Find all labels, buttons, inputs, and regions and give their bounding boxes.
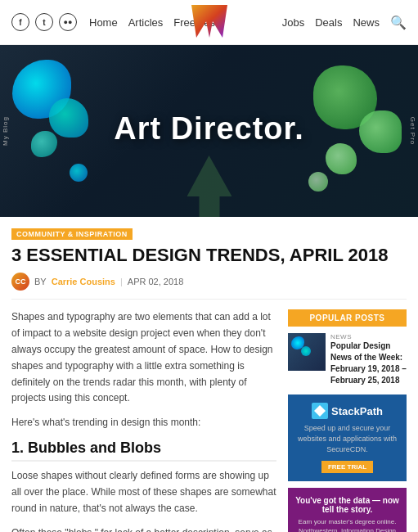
author-name-link[interactable]: Carrie Cousins bbox=[52, 277, 115, 286]
blob-6 bbox=[359, 110, 402, 153]
side-label-left: My Blog bbox=[2, 116, 9, 146]
stackpath-ad-text: Speed up and secure your websites and ap… bbox=[294, 423, 400, 454]
hero-section: Art Director. My Blog Get Pro bbox=[0, 45, 418, 217]
svg-marker-2 bbox=[314, 405, 326, 417]
section1-p2: Often these "blobs," for lack of a bette… bbox=[11, 525, 276, 532]
nav-news[interactable]: News bbox=[353, 16, 380, 29]
northwestern-ad-title: You've got the data — now tell the story… bbox=[294, 496, 400, 514]
popular-post-category: NEWS bbox=[330, 333, 407, 340]
stackpath-logo: StackPath bbox=[294, 403, 400, 419]
svg-marker-1 bbox=[187, 156, 231, 217]
northwestern-ad[interactable]: You've got the data — now tell the story… bbox=[288, 488, 407, 532]
article-meta: Community & Inspiration 3 Essential Desi… bbox=[0, 217, 418, 300]
author-by-label: BY bbox=[34, 277, 47, 286]
nav-home[interactable]: Home bbox=[89, 16, 118, 29]
popular-post-title: Popular Design News of the Week: Februar… bbox=[330, 340, 407, 386]
svg-marker-0 bbox=[191, 5, 227, 38]
nav-articles[interactable]: Articles bbox=[128, 16, 164, 29]
blob-3 bbox=[31, 131, 57, 157]
popular-post-meta: NEWS Popular Design News of the Week: Fe… bbox=[330, 333, 407, 386]
twitter-icon[interactable]: t bbox=[35, 13, 53, 31]
blob-2 bbox=[49, 98, 88, 138]
article-intro: Shapes and typography are two elements t… bbox=[11, 309, 276, 407]
blob-7 bbox=[326, 143, 357, 174]
blob-8 bbox=[308, 172, 328, 192]
author-sep: | bbox=[120, 277, 123, 286]
hero-title: Art Director. bbox=[114, 111, 304, 147]
blob-4 bbox=[70, 164, 88, 182]
section1-p1: Loose shapes without clearly defined for… bbox=[11, 468, 276, 516]
northwestern-ad-sub: Earn your master's degree online. Northw… bbox=[294, 517, 400, 532]
side-label-right: Get Pro bbox=[409, 117, 416, 146]
section1-heading: 1. Bubbles and Blobs bbox=[11, 440, 276, 462]
article-title: 3 Essential Design Trends, April 2018 bbox=[11, 245, 407, 266]
nav-deals[interactable]: Deals bbox=[315, 16, 342, 29]
author-avatar: CC bbox=[11, 273, 29, 291]
popular-post-item[interactable]: NEWS Popular Design News of the Week: Fe… bbox=[288, 333, 407, 386]
nav-jobs[interactable]: Jobs bbox=[282, 16, 304, 29]
facebook-icon[interactable]: f bbox=[11, 13, 29, 31]
main-layout: Shapes and typography are two elements t… bbox=[0, 300, 418, 532]
category-tag[interactable]: Community & Inspiration bbox=[11, 228, 133, 240]
search-icon[interactable]: 🔍 bbox=[390, 15, 407, 30]
stackpath-ad-btn[interactable]: Free Trial bbox=[321, 461, 373, 473]
popular-posts-header: Popular Posts bbox=[288, 309, 407, 327]
stackpath-ad[interactable]: StackPath Speed up and secure your websi… bbox=[288, 394, 407, 481]
author-row: CC BY Carrie Cousins | APR 02, 2018 bbox=[11, 273, 407, 300]
site-logo[interactable] bbox=[191, 5, 227, 40]
popular-post-thumb bbox=[288, 333, 326, 371]
rss-icon[interactable]: ●● bbox=[59, 13, 77, 31]
article-body: Shapes and typography are two elements t… bbox=[11, 309, 288, 532]
sidebar: Popular Posts NEWS Popular Design News o… bbox=[288, 309, 407, 532]
article-date: APR 02, 2018 bbox=[128, 277, 184, 286]
tree-silhouette bbox=[187, 156, 231, 217]
nav-right: Jobs Deals News 🔍 bbox=[282, 15, 407, 30]
top-nav: f t ●● Home Articles Freebies Jobs Deals… bbox=[0, 0, 418, 45]
nav-left: f t ●● Home Articles Freebies bbox=[11, 13, 215, 31]
article-trending-intro: Here's what's trending in design this mo… bbox=[11, 417, 276, 428]
